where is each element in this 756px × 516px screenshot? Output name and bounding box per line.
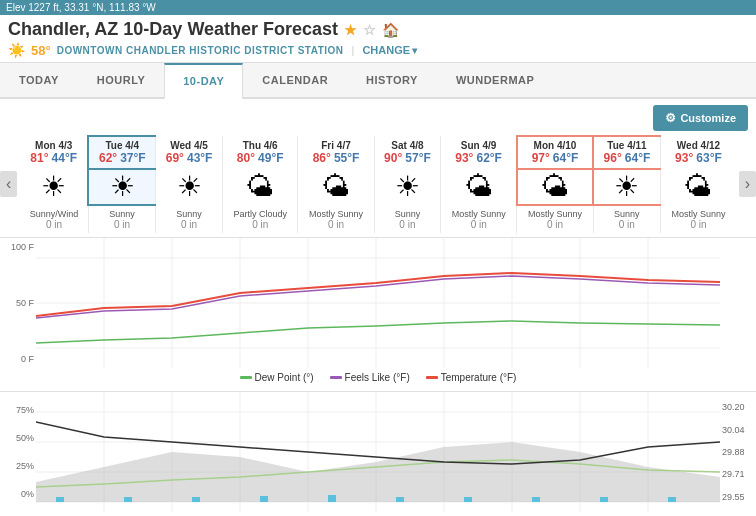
- forecast-condition-2: Sunny 0 in: [156, 205, 223, 233]
- temperature-color: [426, 376, 438, 379]
- tab-hourly[interactable]: HOURLY: [78, 63, 164, 97]
- station-name[interactable]: DOWNTOWN CHANDLER HISTORIC DISTRICT STAT…: [57, 45, 344, 56]
- current-temp: 58°: [31, 43, 51, 58]
- svg-rect-29: [260, 496, 268, 502]
- svg-rect-30: [328, 495, 336, 502]
- page-title: Chandler, AZ 10-Day Weather Forecast ★ ☆…: [8, 19, 748, 40]
- forecast-date-8[interactable]: Tue 4/11 96° 64°F: [593, 136, 660, 169]
- forecast-date-4[interactable]: Fri 4/7 86° 55°F: [298, 136, 374, 169]
- svg-rect-31: [396, 497, 404, 502]
- nav-tabs: TODAY HOURLY 10-DAY CALENDAR HISTORY WUN…: [0, 63, 756, 99]
- dewpoint-color: [240, 376, 252, 379]
- svg-rect-33: [532, 497, 540, 502]
- temperature-chart-section: 100 F 50 F 0 F: [0, 237, 756, 387]
- page-header: Chandler, AZ 10-Day Weather Forecast ★ ☆…: [0, 15, 756, 63]
- forecast-wrapper: ‹ › Mon 4/3 81° 44°F Tue 4/4 62° 37°F We…: [0, 135, 756, 233]
- weather-icon-sm: ☀️: [8, 42, 25, 58]
- forecast-condition-6: Mostly Sunny 0 in: [441, 205, 517, 233]
- forecast-table: Mon 4/3 81° 44°F Tue 4/4 62° 37°F Wed 4/…: [20, 135, 736, 233]
- forecast-date-7[interactable]: Mon 4/10 97° 64°F: [517, 136, 593, 169]
- feellike-color: [330, 376, 342, 379]
- tab-wundermap[interactable]: WUNDERMAP: [437, 63, 553, 97]
- change-button[interactable]: CHANGE ▾: [362, 44, 417, 56]
- divider: |: [352, 44, 355, 56]
- forecast-icon-3: 🌤: [222, 169, 298, 205]
- forecast-icon-1: ☀: [88, 169, 155, 205]
- legend-temperature: Temperature (°F): [426, 372, 517, 383]
- next-arrow[interactable]: ›: [739, 171, 756, 197]
- forecast-icon-4: 🌤: [298, 169, 374, 205]
- tab-calendar[interactable]: CALENDAR: [243, 63, 347, 97]
- elevation-bar: Elev 1227 ft, 33.31 °N, 111.83 °W: [0, 0, 756, 15]
- forecast-icon-6: 🌤: [441, 169, 517, 205]
- forecast-date-5[interactable]: Sat 4/8 90° 57°F: [374, 136, 441, 169]
- forecast-condition-7: Mostly Sunny 0 in: [517, 205, 593, 233]
- prev-arrow[interactable]: ‹: [0, 171, 17, 197]
- customize-label: Customize: [680, 112, 736, 124]
- forecast-icon-7: 🌤: [517, 169, 593, 205]
- svg-rect-27: [124, 497, 132, 502]
- chart1-area: [36, 238, 720, 368]
- home-icon[interactable]: 🏠: [382, 22, 399, 38]
- forecast-icon-8: ☀: [593, 169, 660, 205]
- title-text: Chandler, AZ 10-Day Weather Forecast: [8, 19, 338, 40]
- customize-button[interactable]: ⚙ Customize: [653, 105, 748, 131]
- svg-rect-26: [56, 497, 64, 502]
- precip-chart: 75% 50% 25% 0%: [0, 392, 756, 512]
- forecast-condition-1: Sunny 0 in: [88, 205, 155, 233]
- chart2-area: [36, 392, 720, 512]
- forecast-icon-9: 🌤: [660, 169, 736, 205]
- precip-chart-section: 75% 50% 25% 0%: [0, 391, 756, 516]
- svg-rect-35: [668, 497, 676, 502]
- tab-history[interactable]: HISTORY: [347, 63, 437, 97]
- forecast-date-1[interactable]: Tue 4/4 62° 37°F: [88, 136, 155, 169]
- chart2-left-labels: 75% 50% 25% 0%: [0, 392, 36, 512]
- legend-dewpoint: Dew Point (°): [240, 372, 314, 383]
- change-label: CHANGE: [362, 44, 410, 56]
- star-filled-icon[interactable]: ★: [344, 22, 357, 38]
- forecast-condition-5: Sunny 0 in: [374, 205, 441, 233]
- forecast-icon-0: ☀: [20, 169, 88, 205]
- forecast-condition-3: Partly Cloudy 0 in: [222, 205, 298, 233]
- elevation-text: Elev 1227 ft, 33.31 °N, 111.83 °W: [6, 2, 156, 13]
- chart1-legend: Dew Point (°) Feels Like (°F) Temperatur…: [0, 368, 756, 387]
- forecast-date-2[interactable]: Wed 4/5 69° 43°F: [156, 136, 223, 169]
- forecast-date-0[interactable]: Mon 4/3 81° 44°F: [20, 136, 88, 169]
- forecast-date-6[interactable]: Sun 4/9 93° 62°F: [441, 136, 517, 169]
- forecast-condition-8: Sunny 0 in: [593, 205, 660, 233]
- forecast-condition-0: Sunny/Wind 0 in: [20, 205, 88, 233]
- forecast-date-9[interactable]: Wed 4/12 93° 63°F: [660, 136, 736, 169]
- chart1-left-labels: 100 F 50 F 0 F: [0, 238, 36, 368]
- chart2-right-labels: 30.20 30.04 29.88 29.71 29.55: [720, 392, 756, 512]
- main-content: ⚙ Customize ‹ › Mon 4/3 81° 44°F Tue 4/4…: [0, 99, 756, 516]
- tab-today[interactable]: TODAY: [0, 63, 78, 97]
- svg-marker-25: [36, 442, 720, 502]
- star-empty-icon[interactable]: ☆: [363, 22, 376, 38]
- svg-rect-32: [464, 497, 472, 502]
- temperature-chart: 100 F 50 F 0 F: [0, 238, 756, 368]
- gear-icon: ⚙: [665, 111, 676, 125]
- chart2-legend: Cloud Cover (%) Chance of Precip. (%) Ch…: [0, 512, 756, 516]
- forecast-date-3[interactable]: Thu 4/6 80° 49°F: [222, 136, 298, 169]
- forecast-icon-2: ☀: [156, 169, 223, 205]
- subheader: ☀️ 58° DOWNTOWN CHANDLER HISTORIC DISTRI…: [8, 42, 748, 58]
- forecast-icon-5: ☀: [374, 169, 441, 205]
- legend-feellike: Feels Like (°F): [330, 372, 410, 383]
- forecast-condition-9: Mostly Sunny 0 in: [660, 205, 736, 233]
- chevron-down-icon: ▾: [412, 45, 417, 56]
- svg-rect-34: [600, 497, 608, 502]
- tab-10day[interactable]: 10-DAY: [164, 63, 243, 99]
- svg-rect-28: [192, 497, 200, 502]
- forecast-condition-4: Mostly Sunny 0 in: [298, 205, 374, 233]
